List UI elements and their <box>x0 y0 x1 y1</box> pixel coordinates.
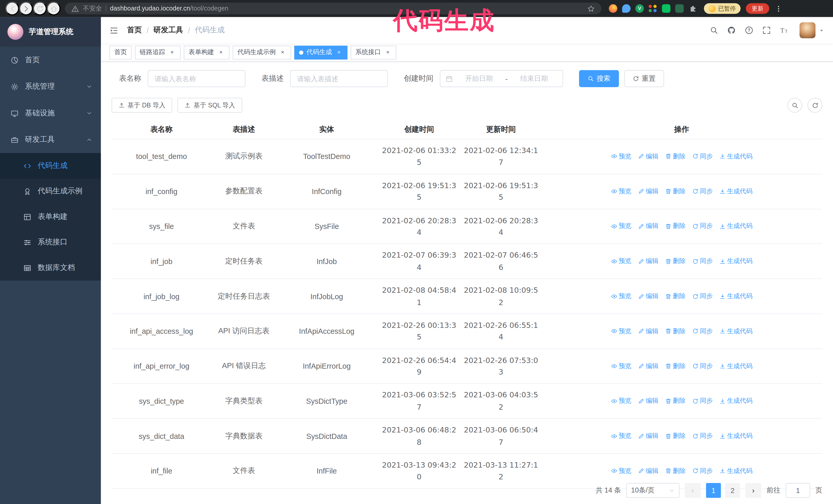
op-edit-link[interactable]: 编辑 <box>638 222 659 231</box>
tab-form-build[interactable]: 表单构建× <box>184 45 230 59</box>
close-icon[interactable]: × <box>384 49 391 56</box>
op-edit-link[interactable]: 编辑 <box>638 152 659 161</box>
op-sync-link[interactable]: 同步 <box>692 327 713 336</box>
close-icon[interactable]: × <box>217 49 225 56</box>
op-edit-link[interactable]: 编辑 <box>638 397 659 406</box>
import-sql-button[interactable]: 基于 SQL 导入 <box>177 98 242 113</box>
op-sync-link[interactable]: 同步 <box>692 431 713 440</box>
tab-system-api[interactable]: 系统接口× <box>351 45 396 59</box>
close-icon[interactable]: × <box>335 49 343 56</box>
reload-button[interactable] <box>33 2 47 16</box>
op-preview-link[interactable]: 预览 <box>611 431 632 440</box>
op-sync-link[interactable]: 同步 <box>692 187 713 196</box>
sidebar-item-home[interactable]: 首页 <box>0 47 101 73</box>
fullscreen-icon[interactable] <box>762 26 771 34</box>
breadcrumb-item[interactable]: 首页 <box>127 25 142 35</box>
op-preview-link[interactable]: 预览 <box>611 327 632 336</box>
op-edit-link[interactable]: 编辑 <box>638 431 659 440</box>
browser-menu-kebab-icon[interactable] <box>775 5 783 13</box>
forward-button[interactable] <box>19 2 33 16</box>
op-delete-link[interactable]: 删除 <box>665 187 686 196</box>
op-sync-link[interactable]: 同步 <box>692 292 713 301</box>
extension-green-v-icon[interactable]: V <box>635 4 644 13</box>
op-edit-link[interactable]: 编辑 <box>638 327 659 336</box>
op-preview-link[interactable]: 预览 <box>611 466 632 476</box>
op-edit-link[interactable]: 编辑 <box>638 292 659 301</box>
op-delete-link[interactable]: 删除 <box>665 152 686 161</box>
user-menu[interactable] <box>800 22 824 38</box>
bookmark-star-icon[interactable] <box>587 5 595 13</box>
op-delete-link[interactable]: 删除 <box>665 362 686 371</box>
op-preview-link[interactable]: 预览 <box>611 222 632 231</box>
extension-green-square-icon[interactable] <box>662 4 670 13</box>
page-button-2[interactable]: 2 <box>725 483 740 498</box>
op-delete-link[interactable]: 删除 <box>665 222 686 231</box>
close-icon[interactable]: × <box>168 49 176 56</box>
op-generate-link[interactable]: 生成代码 <box>719 327 753 336</box>
close-icon[interactable]: × <box>279 49 286 56</box>
tab-trace[interactable]: 链路追踪× <box>135 45 181 59</box>
prev-page-button[interactable]: ‹ <box>685 483 701 498</box>
op-generate-link[interactable]: 生成代码 <box>719 362 753 371</box>
table-desc-input[interactable] <box>290 70 388 87</box>
refresh-table-button[interactable] <box>808 98 823 113</box>
sidebar-item-codegen-example[interactable]: 代码生成示例 <box>0 178 101 204</box>
op-preview-link[interactable]: 预览 <box>611 187 632 196</box>
reset-button[interactable]: 重置 <box>624 70 664 87</box>
extensions-puzzle-icon[interactable] <box>688 4 697 13</box>
browser-update-button[interactable]: 更新 <box>746 3 769 14</box>
op-preview-link[interactable]: 预览 <box>611 362 632 371</box>
op-generate-link[interactable]: 生成代码 <box>719 257 753 266</box>
extension-people-icon[interactable] <box>649 5 657 12</box>
page-size-select[interactable]: 10条/页 <box>626 483 680 498</box>
sidebar-toggle-icon[interactable] <box>110 26 118 35</box>
op-delete-link[interactable]: 删除 <box>665 292 686 301</box>
op-delete-link[interactable]: 删除 <box>665 397 686 406</box>
op-generate-link[interactable]: 生成代码 <box>719 397 753 406</box>
op-sync-link[interactable]: 同步 <box>692 152 713 161</box>
import-db-button[interactable]: 基于 DB 导入 <box>112 98 172 113</box>
op-generate-link[interactable]: 生成代码 <box>719 292 753 301</box>
op-edit-link[interactable]: 编辑 <box>638 466 659 476</box>
op-sync-link[interactable]: 同步 <box>692 222 713 231</box>
op-generate-link[interactable]: 生成代码 <box>719 187 753 196</box>
op-generate-link[interactable]: 生成代码 <box>719 222 753 231</box>
sidebar-item-codegen[interactable]: 代码生成 <box>0 153 101 178</box>
goto-page-input[interactable] <box>786 483 810 498</box>
op-delete-link[interactable]: 删除 <box>665 431 686 440</box>
page-button-1[interactable]: 1 <box>706 483 721 498</box>
op-preview-link[interactable]: 预览 <box>611 152 632 161</box>
op-sync-link[interactable]: 同步 <box>692 257 713 266</box>
search-button[interactable]: 搜索 <box>579 70 619 87</box>
op-delete-link[interactable]: 删除 <box>665 327 686 336</box>
tab-codegen[interactable]: 代码生成× <box>294 45 347 59</box>
op-edit-link[interactable]: 编辑 <box>638 187 659 196</box>
extension-dark-square-icon[interactable] <box>675 4 684 13</box>
font-size-icon[interactable]: TT <box>780 26 788 34</box>
op-delete-link[interactable]: 删除 <box>665 257 686 266</box>
address-bar[interactable]: 不安全 dashboard.yudao.iocoder.cn/tool/code… <box>65 3 601 14</box>
op-generate-link[interactable]: 生成代码 <box>719 152 753 161</box>
op-edit-link[interactable]: 编辑 <box>638 257 659 266</box>
sidebar-logo[interactable]: 芋道管理系统 <box>0 17 101 47</box>
op-preview-link[interactable]: 预览 <box>611 397 632 406</box>
sidebar-item-db-doc[interactable]: 数据库文档 <box>0 255 101 281</box>
sidebar-item-devtools[interactable]: 研发工具 <box>0 126 101 153</box>
op-preview-link[interactable]: 预览 <box>611 257 632 266</box>
sidebar-item-infra[interactable]: 基础设施 <box>0 100 101 127</box>
op-sync-link[interactable]: 同步 <box>692 362 713 371</box>
op-delete-link[interactable]: 删除 <box>665 466 686 476</box>
search-icon[interactable] <box>710 26 718 34</box>
op-sync-link[interactable]: 同步 <box>692 397 713 406</box>
home-button[interactable] <box>47 2 61 16</box>
sidebar-item-system[interactable]: 系统管理 <box>0 73 101 100</box>
sidebar-item-form-build[interactable]: 表单构建 <box>0 204 101 230</box>
back-button[interactable] <box>5 2 19 16</box>
op-preview-link[interactable]: 预览 <box>611 292 632 301</box>
op-generate-link[interactable]: 生成代码 <box>719 466 753 476</box>
toggle-search-button[interactable] <box>787 98 802 113</box>
github-icon[interactable] <box>728 26 736 34</box>
paused-badge[interactable]: 已暂停 <box>704 3 740 14</box>
op-generate-link[interactable]: 生成代码 <box>719 431 753 440</box>
extension-orange-icon[interactable] <box>609 4 617 13</box>
